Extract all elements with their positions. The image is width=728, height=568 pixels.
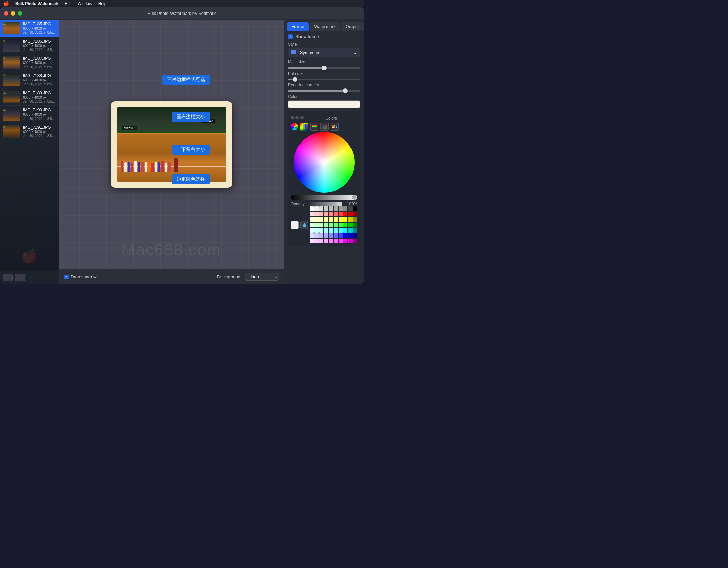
background-select[interactable]: Linen White Black Gray <box>245 273 279 281</box>
tab-watermark[interactable]: Watermark <box>310 22 340 31</box>
color-cell[interactable] <box>319 206 323 211</box>
color-cell[interactable] <box>329 206 333 211</box>
color-cell[interactable] <box>348 233 352 238</box>
color-cell[interactable] <box>353 228 357 233</box>
show-frame-checkbox[interactable]: ✓ <box>288 34 293 39</box>
color-cell[interactable] <box>353 233 357 238</box>
file-item[interactable]: ⚠ IMG_7189.JPG 6000 × 4000 px. Jan 30, 2… <box>0 88 59 106</box>
color-cell[interactable] <box>310 212 314 216</box>
color-cell[interactable] <box>310 228 314 233</box>
menu-help[interactable]: Help <box>98 1 107 6</box>
color-cell[interactable] <box>324 217 328 222</box>
file-item[interactable]: ⚠ IMG_7188.JPG 6000 × 4000 px. Jan 30, 2… <box>0 71 59 88</box>
color-cell[interactable] <box>339 206 343 211</box>
color-cell[interactable] <box>353 217 357 222</box>
color-spectrum-icon[interactable] <box>300 123 308 131</box>
file-item[interactable]: ⚠ IMG_7186.JPG 6000 × 4000 px. Jan 30, 2… <box>0 37 59 54</box>
remove-files-button[interactable]: – <box>15 274 25 281</box>
color-cell[interactable] <box>348 212 352 216</box>
color-cell[interactable] <box>339 239 343 243</box>
color-cell[interactable] <box>343 228 347 233</box>
zoom-button[interactable] <box>18 11 22 16</box>
color-image-icon[interactable] <box>320 123 329 131</box>
opacity-slider[interactable] <box>307 202 342 206</box>
color-cell[interactable] <box>343 212 347 216</box>
color-cell[interactable] <box>319 217 323 222</box>
color-cell[interactable] <box>310 239 314 243</box>
color-cell[interactable] <box>343 217 347 222</box>
tab-frame[interactable]: Frame <box>287 22 309 31</box>
color-wheel[interactable]: ⊕ <box>294 132 355 193</box>
app-menu-name[interactable]: Bulk Photo Watermark <box>15 1 58 6</box>
color-cell[interactable] <box>353 239 357 243</box>
color-cell[interactable] <box>343 206 347 211</box>
color-cell[interactable] <box>324 233 328 238</box>
color-cell[interactable] <box>353 206 357 211</box>
color-cell[interactable] <box>334 206 338 211</box>
file-item[interactable]: ⚠ IMG_7185.JPG 6000 × 4000 px. Jan 30, 2… <box>0 20 59 37</box>
color-cell[interactable] <box>329 212 333 216</box>
color-preview-box[interactable] <box>288 100 360 108</box>
apple-menu[interactable]: 🍎 <box>3 1 9 6</box>
color-cell[interactable] <box>334 223 338 227</box>
color-cell[interactable] <box>339 212 343 216</box>
menu-window[interactable]: Window <box>78 1 92 6</box>
menu-edit[interactable]: Edit <box>64 1 72 6</box>
color-cell[interactable] <box>334 217 338 222</box>
color-wheel-icon[interactable] <box>291 123 298 130</box>
color-cell[interactable] <box>329 217 333 222</box>
color-cell[interactable] <box>314 233 318 238</box>
color-cell[interactable] <box>314 217 318 222</box>
color-cell[interactable] <box>324 212 328 216</box>
color-cell[interactable] <box>348 239 352 243</box>
color-cell[interactable] <box>319 233 323 238</box>
color-cell[interactable] <box>314 212 318 216</box>
color-cell[interactable] <box>324 206 328 211</box>
main-size-thumb[interactable] <box>322 66 327 70</box>
main-size-track[interactable] <box>288 67 360 69</box>
color-sliders-icon[interactable] <box>310 123 318 131</box>
color-cell[interactable] <box>339 233 343 238</box>
brightness-thumb[interactable] <box>352 195 357 200</box>
color-cell[interactable] <box>353 212 357 216</box>
color-cell[interactable] <box>310 206 314 211</box>
close-button[interactable] <box>4 11 8 16</box>
eyedropper-button[interactable]: 💧 <box>300 221 308 229</box>
rounded-corners-track[interactable] <box>288 90 360 92</box>
color-cell[interactable] <box>343 239 347 243</box>
color-cell[interactable] <box>310 233 314 238</box>
color-cell[interactable] <box>334 212 338 216</box>
color-cell[interactable] <box>353 223 357 227</box>
color-cell[interactable] <box>314 223 318 227</box>
color-cell[interactable] <box>334 228 338 233</box>
color-cell[interactable] <box>314 239 318 243</box>
pola-size-track[interactable] <box>288 79 360 80</box>
current-color-swatch[interactable] <box>291 221 299 229</box>
pola-size-thumb[interactable] <box>293 77 297 82</box>
add-files-button[interactable]: – <box>3 274 13 281</box>
color-cell[interactable] <box>343 233 347 238</box>
rounded-corners-thumb[interactable] <box>343 88 348 93</box>
color-cell[interactable] <box>334 239 338 243</box>
style-dropdown[interactable]: Symmetric ⌄ <box>288 48 360 57</box>
color-cell[interactable] <box>334 233 338 238</box>
color-cell[interactable] <box>319 239 323 243</box>
color-cell[interactable] <box>329 233 333 238</box>
color-cell[interactable] <box>348 206 352 211</box>
color-cell[interactable] <box>324 239 328 243</box>
color-cell[interactable] <box>329 239 333 243</box>
file-item[interactable]: ⚠ IMG_7191.JPG 6000 × 4000 px. Jan 30, 2… <box>0 123 59 140</box>
color-cell[interactable] <box>324 228 328 233</box>
color-cell[interactable] <box>319 228 323 233</box>
color-cell[interactable] <box>310 217 314 222</box>
color-cell[interactable] <box>329 228 333 233</box>
brightness-slider[interactable] <box>291 195 357 200</box>
color-cell[interactable] <box>343 223 347 227</box>
color-cell[interactable] <box>348 223 352 227</box>
color-cell[interactable] <box>339 223 343 227</box>
color-wheel-container[interactable]: ⊕ <box>294 132 355 193</box>
color-cell[interactable] <box>348 217 352 222</box>
file-item[interactable]: ⚠ IMG_7187.JPG 6000 × 4000 px. Jan 30, 2… <box>0 54 59 71</box>
color-cell[interactable] <box>324 223 328 227</box>
color-cell[interactable] <box>314 206 318 211</box>
